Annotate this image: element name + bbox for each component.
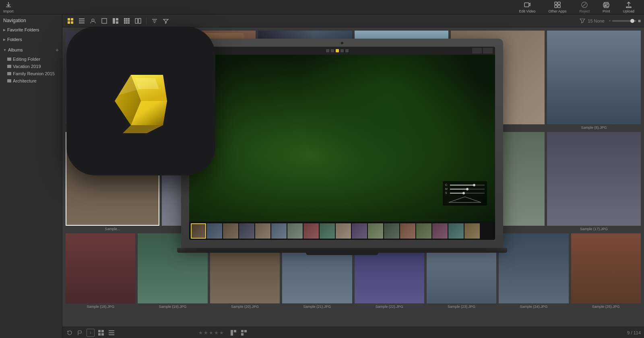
svg-rect-23 <box>126 20 128 22</box>
photo-label: Sample P... <box>66 126 159 130</box>
compare-button[interactable] <box>133 16 143 26</box>
svg-rect-13 <box>79 23 85 23</box>
sidebar-item-family-reunion[interactable]: Family Reunion 2015 <box>0 70 62 77</box>
star-1[interactable]: ★ <box>198 330 203 336</box>
svg-rect-38 <box>231 330 233 336</box>
photo-thumb[interactable] <box>66 31 159 124</box>
photo-thumb[interactable] <box>571 233 641 303</box>
photo-cell[interactable]: Sample (23).JPG <box>427 233 496 308</box>
star-2[interactable]: ★ <box>204 330 208 336</box>
photo-cell[interactable]: Sample (24).JPG <box>499 233 568 308</box>
filter-icon <box>580 18 585 24</box>
photo-cell[interactable] <box>451 31 545 130</box>
photo-count: 9 / 114 <box>627 330 641 335</box>
folders-arrow: ▶ <box>3 38 6 41</box>
photo-thumb[interactable] <box>547 132 641 226</box>
photo-thumb[interactable] <box>355 233 424 303</box>
photo-thumb[interactable] <box>547 31 641 124</box>
view-mode-button-2[interactable] <box>240 329 248 337</box>
photo-label: Sample (21).JPG <box>282 305 352 309</box>
grid-bottom-button[interactable] <box>97 329 105 337</box>
photo-cell[interactable] <box>258 132 352 231</box>
photo-thumb[interactable] <box>355 132 448 226</box>
photo-thumb[interactable] <box>258 31 352 124</box>
photo-thumb[interactable] <box>427 233 496 303</box>
size-slider-track[interactable] <box>612 20 636 22</box>
filter-compare-button[interactable] <box>161 16 171 26</box>
photo-label: Sample (12).JPG <box>162 227 256 231</box>
square-view-button[interactable] <box>99 16 109 26</box>
bottom-bar: i ★ ★ ★ ★ ★ <box>62 327 644 338</box>
import-button[interactable]: Import <box>3 1 14 13</box>
svg-rect-15 <box>102 19 107 23</box>
photo-cell[interactable] <box>451 132 545 231</box>
list-bottom-button[interactable] <box>107 329 116 337</box>
photo-thumb[interactable] <box>282 233 352 303</box>
photo-thumb[interactable] <box>451 31 545 124</box>
view-separator-1 <box>146 18 147 24</box>
photo-cell[interactable]: Sample (22).JPG <box>355 233 424 308</box>
main-layout: Navigation ▶ Favorite Folders ▶ Folders … <box>0 14 644 338</box>
photo-cell[interactable]: Sample (25).JPG <box>571 233 641 308</box>
photo-label: Sample (25).JPG <box>571 305 641 309</box>
upload-button[interactable]: Upload <box>623 1 634 13</box>
info-button[interactable]: i <box>87 329 95 337</box>
photo-thumb[interactable] <box>138 233 207 303</box>
grid-view-button[interactable] <box>66 16 75 26</box>
sidebar-item-architecture[interactable]: Architecture <box>0 77 62 84</box>
photo-thumb[interactable] <box>66 132 159 226</box>
top-toolbar: Import Edit Video Other Apps Reject <box>0 0 644 14</box>
face-view-button[interactable] <box>88 16 98 26</box>
photo-cell[interactable]: Sample (20).JPG <box>210 233 280 308</box>
favorite-folders-section[interactable]: ▶ Favorite Folders <box>0 25 62 35</box>
photo-cell[interactable] <box>355 31 448 130</box>
photo-thumb[interactable] <box>258 132 352 226</box>
svg-rect-12 <box>79 21 85 21</box>
photo-thumb[interactable] <box>451 132 545 226</box>
edit-video-button[interactable]: Edit Video <box>519 1 536 13</box>
multi-grid-button[interactable] <box>122 16 132 26</box>
folders-section[interactable]: ▶ Folders <box>0 35 62 44</box>
photo-thumb[interactable] <box>499 233 568 303</box>
album-icon <box>7 72 11 75</box>
rotate-left-button[interactable] <box>66 329 74 337</box>
photo-thumb[interactable] <box>162 31 256 124</box>
flag-button[interactable] <box>76 329 84 337</box>
svg-point-14 <box>92 19 94 21</box>
photo-cell[interactable]: Sample (12).JPG <box>162 132 256 231</box>
photo-thumb[interactable] <box>66 233 135 303</box>
print-button[interactable]: Print <box>603 1 610 13</box>
photo-cell[interactable]: Sample P... <box>66 31 159 130</box>
list-view-button[interactable] <box>77 16 87 26</box>
album-icon <box>7 65 11 68</box>
sort-button[interactable] <box>150 16 159 26</box>
star-4[interactable]: ★ <box>214 330 219 336</box>
star-3[interactable]: ★ <box>209 330 213 336</box>
photo-cell[interactable]: Sample (19).JPG <box>138 233 207 308</box>
size-slider-thumb[interactable] <box>630 19 634 23</box>
star-5[interactable]: ★ <box>219 330 224 336</box>
photo-cell[interactable]: Sample (3).JPG <box>162 31 256 130</box>
photo-cell[interactable]: Sample... <box>66 132 159 231</box>
photo-thumb[interactable] <box>162 132 256 226</box>
other-apps-button[interactable]: Other Apps <box>548 1 566 13</box>
add-album-button[interactable]: + <box>56 47 59 53</box>
split-grid-button[interactable] <box>111 16 120 26</box>
photo-thumb[interactable] <box>210 233 280 303</box>
photo-cell[interactable]: Sample (17).JPG <box>547 132 641 231</box>
reject-button[interactable]: Reject <box>579 1 590 13</box>
photo-thumb[interactable] <box>355 31 448 124</box>
photo-cell[interactable] <box>355 132 448 231</box>
photo-cell[interactable] <box>258 31 352 130</box>
sidebar-item-vacation-2019[interactable]: Vacation 2019 <box>0 63 62 70</box>
view-mode-button-1[interactable] <box>229 329 237 337</box>
svg-rect-16 <box>113 18 115 24</box>
svg-rect-1 <box>555 2 557 4</box>
photo-cell[interactable]: Sample (8).JPG <box>547 31 641 130</box>
photo-cell[interactable]: Sample (21).JPG <box>282 233 352 308</box>
sidebar-item-editing-folder[interactable]: Editing Folder <box>0 56 62 63</box>
svg-rect-7 <box>68 18 70 21</box>
photo-cell[interactable]: Sample (18).JPG <box>66 233 135 308</box>
albums-section[interactable]: ▼ Albums + <box>0 44 62 56</box>
svg-rect-36 <box>109 332 114 333</box>
